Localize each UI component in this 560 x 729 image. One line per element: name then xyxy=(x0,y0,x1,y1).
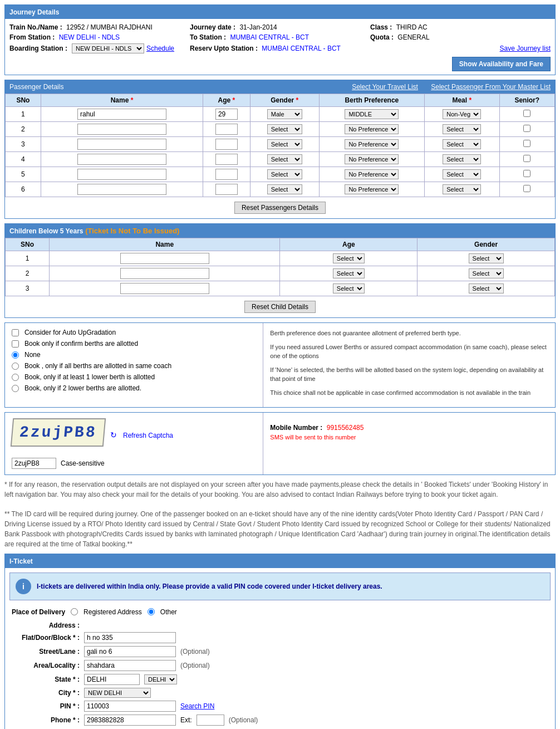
child-age-select-3[interactable]: Select1234 xyxy=(333,283,365,293)
disclaimer-section: * If for any reason, the reservation out… xyxy=(4,480,556,549)
child-name-input-2[interactable] xyxy=(120,268,209,279)
captcha-input[interactable] xyxy=(12,458,56,469)
passenger-senior-checkbox-1[interactable] xyxy=(523,110,530,117)
passenger-name-input-1[interactable] xyxy=(77,109,166,120)
passenger-header: Passenger Details Select Your Travel Lis… xyxy=(5,80,555,94)
passenger-name-input-5[interactable] xyxy=(77,169,166,180)
street-input[interactable] xyxy=(84,646,176,657)
show-availability-btn[interactable]: Show Availability and Fare xyxy=(452,57,551,71)
passenger-berth-select-6[interactable]: No PreferenceLowerMiddleUpperSide LowerS… xyxy=(345,184,399,194)
passenger-gender-select-5[interactable]: SelectMaleFemale xyxy=(267,169,302,179)
journey-details-header: Journey Details xyxy=(5,5,555,19)
passenger-berth-select-5[interactable]: No PreferenceLowerMiddleUpperSide LowerS… xyxy=(345,169,399,179)
search-pin-link[interactable]: Search PIN xyxy=(180,702,214,710)
confirm-berths-row: Book only if confirm berths are allotted xyxy=(12,340,256,348)
iticket-section: I-Ticket i I-tickets are delivered withi… xyxy=(4,554,556,730)
select-travel-list-link[interactable]: Select Your Travel List xyxy=(352,83,418,91)
schedule-link[interactable]: Schedule xyxy=(146,45,174,52)
passenger-senior-checkbox-3[interactable] xyxy=(523,140,530,147)
reserv-value: MUMBAI CENTRAL - BCT xyxy=(262,45,341,52)
passenger-senior-checkbox-2[interactable] xyxy=(523,125,530,132)
child-gender-select-2[interactable]: SelectMaleFemale xyxy=(469,268,504,278)
child-gender-select-3[interactable]: SelectMaleFemale xyxy=(469,283,504,293)
passenger-meal-cell-1: SelectVegNon-Veg xyxy=(425,107,499,122)
reset-child-btn[interactable]: Reset Child Details xyxy=(244,301,316,313)
passenger-gender-cell-2: SelectMaleFemale xyxy=(250,122,319,137)
confirm-berths-checkbox[interactable] xyxy=(12,340,19,348)
options-right: Berth preference does not guarantee allo… xyxy=(263,323,555,407)
flat-input[interactable] xyxy=(84,632,176,643)
passenger-name-input-3[interactable] xyxy=(77,139,166,150)
journey-info-table: Train No./Name : 12952 / MUMBAI RAJDHANI… xyxy=(9,22,551,55)
passenger-name-input-6[interactable] xyxy=(77,184,166,195)
passenger-senior-cell-2 xyxy=(499,122,555,137)
passenger-berth-select-4[interactable]: No PreferenceLowerMiddleUpperSide LowerS… xyxy=(345,154,399,164)
street-label: Street/Lane : xyxy=(12,648,84,655)
passenger-gender-select-3[interactable]: SelectMaleFemale xyxy=(267,139,302,149)
street-optional: (Optional) xyxy=(180,648,210,655)
passenger-gender-select-6[interactable]: SelectMaleFemale xyxy=(267,184,302,194)
state-select[interactable]: DELHI xyxy=(144,674,177,684)
auto-upgrade-checkbox[interactable] xyxy=(12,329,19,336)
child-name-input-3[interactable] xyxy=(120,283,209,294)
refresh-captcha-link[interactable]: Refresh Captcha xyxy=(123,432,173,439)
boarding-station-select[interactable]: NEW DELHI - NDLS xyxy=(72,43,144,53)
child-name-input-1[interactable] xyxy=(120,253,209,264)
other-address-radio[interactable] xyxy=(148,608,155,615)
passenger-berth-cell-6: No PreferenceLowerMiddleUpperSide LowerS… xyxy=(319,182,424,197)
state-input[interactable] xyxy=(84,674,140,685)
passenger-gender-select-2[interactable]: SelectMaleFemale xyxy=(267,124,302,134)
passenger-name-cell-3 xyxy=(41,137,203,152)
passenger-meal-cell-4: SelectVegNon-Veg xyxy=(425,152,499,167)
child-gender-select-1[interactable]: SelectMaleFemale xyxy=(469,253,504,263)
select-master-list-link[interactable]: Select Passenger From Your Master List xyxy=(431,83,551,91)
passenger-senior-checkbox-4[interactable] xyxy=(523,155,530,162)
lower2-radio[interactable] xyxy=(12,385,19,392)
pin-input[interactable] xyxy=(84,701,176,712)
passenger-meal-select-5[interactable]: SelectVegNon-Veg xyxy=(443,169,481,179)
passenger-gender-select-1[interactable]: SelectMaleFemale xyxy=(267,109,302,119)
passenger-senior-checkbox-6[interactable] xyxy=(523,185,530,192)
passenger-name-input-4[interactable] xyxy=(77,154,166,165)
passenger-age-input-4[interactable] xyxy=(215,154,238,165)
passenger-name-cell-2 xyxy=(41,122,203,137)
reset-passengers-btn[interactable]: Reset Passengers Details xyxy=(234,202,326,214)
same-coach-radio[interactable] xyxy=(12,363,19,370)
passenger-meal-select-6[interactable]: SelectVegNon-Veg xyxy=(443,184,481,194)
save-journey-link[interactable]: Save Journey list xyxy=(500,45,551,52)
passenger-senior-checkbox-5[interactable] xyxy=(523,170,530,177)
pin-row: PIN * : Search PIN xyxy=(12,701,548,712)
lower2-option-row: Book, only if 2 lower berths are allotte… xyxy=(12,384,256,392)
passenger-meal-select-3[interactable]: SelectVegNon-Veg xyxy=(443,139,481,149)
passenger-gender-select-4[interactable]: SelectMaleFemale xyxy=(267,154,302,164)
city-select[interactable]: NEW DELHI xyxy=(84,688,151,698)
passenger-age-input-5[interactable] xyxy=(215,169,238,180)
area-input[interactable] xyxy=(84,660,176,671)
passenger-age-input-1[interactable] xyxy=(215,109,238,120)
passenger-gender-cell-4: SelectMaleFemale xyxy=(250,152,319,167)
passenger-age-input-3[interactable] xyxy=(215,139,238,150)
ext-input[interactable] xyxy=(197,715,224,726)
to-station-value: MUMBAI CENTRAL - BCT xyxy=(230,33,309,41)
to-station-label: To Station : xyxy=(190,33,226,41)
passenger-senior-cell-3 xyxy=(499,137,555,152)
passenger-berth-select-2[interactable]: No PreferenceLowerMiddleUpperSide LowerS… xyxy=(345,124,399,134)
none-radio[interactable] xyxy=(12,351,19,359)
passenger-meal-select-1[interactable]: SelectVegNon-Veg xyxy=(443,109,481,119)
passenger-age-input-2[interactable] xyxy=(215,124,238,135)
passenger-meal-select-2[interactable]: SelectVegNon-Veg xyxy=(443,124,481,134)
passenger-berth-select-1[interactable]: No PreferenceLowerMiddleUpperSide LowerS… xyxy=(345,109,399,119)
passenger-name-input-2[interactable] xyxy=(77,124,166,135)
registered-address-radio[interactable] xyxy=(71,608,78,615)
child-age-select-1[interactable]: Select1234 xyxy=(333,253,365,263)
passenger-berth-cell-3: No PreferenceLowerMiddleUpperSide LowerS… xyxy=(319,137,424,152)
children-section: Children Below 5 Years (Ticket Is Not To… xyxy=(4,223,556,318)
lower1-radio[interactable] xyxy=(12,374,19,381)
child-age-select-2[interactable]: Select1234 xyxy=(333,268,365,278)
passenger-age-cell-5 xyxy=(203,167,250,182)
phone-input[interactable] xyxy=(84,715,176,726)
passenger-meal-select-4[interactable]: SelectVegNon-Veg xyxy=(443,154,481,164)
registered-address-label: Registered Address xyxy=(83,608,142,616)
passenger-berth-select-3[interactable]: No PreferenceLowerMiddleUpperSide LowerS… xyxy=(345,139,399,149)
passenger-age-input-6[interactable] xyxy=(215,184,238,195)
